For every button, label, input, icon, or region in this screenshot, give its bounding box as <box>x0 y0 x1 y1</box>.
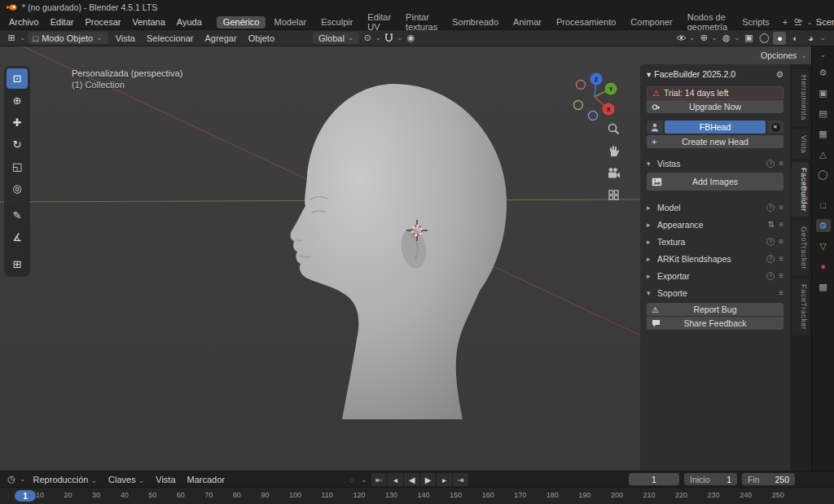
workspace-tab[interactable]: Scripts <box>735 16 776 28</box>
side-tab[interactable]: Herramienta <box>792 69 809 126</box>
timeline-editor-icon[interactable]: ◷ <box>5 473 18 486</box>
side-tab[interactable]: FaceTracker <box>792 278 809 335</box>
timeline-ruler[interactable]: 1 10203040506070809010011012013014015016… <box>0 487 834 504</box>
tool-rotate[interactable]: ↻ <box>7 134 28 155</box>
properties-tab-scene[interactable]: △ <box>816 147 831 160</box>
add-images-button[interactable]: Add Images <box>647 173 784 191</box>
axis-minus-y-ball[interactable] <box>574 101 583 110</box>
help-icon[interactable]: ? <box>766 238 775 246</box>
overlays-icon[interactable]: ◍ <box>720 32 733 45</box>
head-person-icon[interactable] <box>647 121 663 134</box>
play-button[interactable]: ▶ <box>420 473 436 486</box>
visibility-eye-icon[interactable] <box>675 32 688 45</box>
properties-tab-object[interactable]: □ <box>816 199 831 212</box>
section-exportar[interactable]: ▸ Exportar ? ≡ <box>647 270 784 282</box>
section-menu-icon[interactable]: ≡ <box>779 288 784 297</box>
properties-tab-view-layer[interactable]: ▦ <box>816 127 831 140</box>
section-textura[interactable]: ▸ Textura ? ≡ <box>647 235 784 248</box>
section-menu-icon[interactable]: ≡ <box>779 203 784 212</box>
axis-minus-z-ball[interactable] <box>589 112 598 121</box>
shading-solid-icon[interactable]: ● <box>773 32 786 45</box>
section-menu-icon[interactable]: ≡ <box>779 159 784 168</box>
tool-cursor[interactable]: ⊕ <box>7 90 28 111</box>
current-frame-field[interactable]: 1 <box>629 473 679 485</box>
gizmos-group[interactable]: ⊕ ⌄ <box>697 32 718 45</box>
section-menu-icon[interactable]: ≡ <box>779 237 784 246</box>
scene-selector[interactable]: ⌄ Scene <box>793 17 834 27</box>
properties-tab-render[interactable]: ▣ <box>816 86 831 99</box>
mode-dropdown[interactable]: □ Modo Objeto ⌄ <box>28 32 108 44</box>
editor-type-icon[interactable]: ⊞ <box>5 32 18 45</box>
panel-settings-gear-icon[interactable]: ⚙ <box>776 69 784 79</box>
section-model[interactable]: ▸ Model ? ≡ <box>647 201 784 213</box>
tool-annotate[interactable]: ✎ <box>7 205 28 226</box>
zoom-icon[interactable] <box>606 121 621 136</box>
menu-item[interactable]: Ventana <box>126 16 170 28</box>
menu-item[interactable]: Vista <box>110 33 141 44</box>
menu-item[interactable]: Objeto <box>243 33 280 44</box>
playhead-frame-badge[interactable]: 1 <box>15 490 36 502</box>
proportional-edit-icon[interactable]: ◉ <box>404 32 417 45</box>
properties-tab-data[interactable]: ▽ <box>816 239 831 252</box>
shading-wireframe-icon[interactable]: ◯ <box>757 32 770 45</box>
section-menu-icon[interactable]: ≡ <box>779 220 784 229</box>
menu-item[interactable]: Editar <box>45 16 80 28</box>
workspace-tab[interactable]: Procesamiento <box>550 16 622 28</box>
orientation-dropdown[interactable]: Global ⌄ <box>313 32 359 44</box>
workspace-tab[interactable]: Sombreado <box>446 16 505 28</box>
tool-move[interactable]: ✚ <box>7 112 28 133</box>
menu-vista[interactable]: Vista <box>150 474 181 485</box>
tool-transform[interactable]: ◎ <box>7 178 28 199</box>
section-vistas[interactable]: ▾ Vistas ? ≡ <box>647 157 784 169</box>
navigation-gizmo[interactable]: Z Y X <box>570 69 621 121</box>
panel-header[interactable]: ▾ FaceBuilder 2025.2.0 ⚙ <box>647 69 784 79</box>
axis-minus-x-ball[interactable] <box>577 81 586 90</box>
menu-item[interactable]: Agregar <box>199 33 242 44</box>
options-dropdown[interactable]: Opciones ⌄ <box>753 50 811 61</box>
sliders-icon[interactable]: ⇅ <box>768 220 775 229</box>
section-menu-icon[interactable]: ≡ <box>779 271 784 280</box>
create-new-head-button[interactable]: + Create new Head <box>647 135 784 148</box>
chevron-down-icon[interactable]: ⌄ <box>820 51 827 59</box>
menu-item[interactable]: Procesar <box>79 16 126 28</box>
tool-scale[interactable]: ◱ <box>7 156 28 177</box>
camera-view-icon[interactable] <box>606 165 621 180</box>
menu-marcador[interactable]: Marcador <box>182 474 230 485</box>
play-reverse-button[interactable]: ◀ <box>404 473 419 486</box>
auto-key-icon[interactable]: ◌ <box>345 473 358 486</box>
section-appearance[interactable]: ▸ Appearance ⇅ ≡ <box>647 218 784 230</box>
side-tab[interactable]: GeoTracker <box>792 221 809 275</box>
visibility-group[interactable]: ⌄ <box>675 32 696 45</box>
prev-keyframe-button[interactable]: ◂ <box>388 473 403 486</box>
auto-keying-group[interactable]: ◌ ⌄ <box>345 473 367 486</box>
menu-reproduccion[interactable]: Reproducción ⌄ <box>28 474 103 485</box>
help-icon[interactable]: ? <box>766 160 775 168</box>
add-workspace-button[interactable]: + <box>777 16 793 28</box>
menu-item[interactable]: Ayuda <box>171 16 208 28</box>
end-frame-field[interactable]: Fin 250 <box>742 473 795 485</box>
shading-material-icon[interactable]: ◐ <box>788 32 801 45</box>
shading-rendered-icon[interactable]: ◕ <box>804 32 817 45</box>
jump-to-start-button[interactable]: ⇤ <box>371 473 387 486</box>
next-keyframe-button[interactable]: ▸ <box>437 473 452 486</box>
gizmo-toggle-icon[interactable]: ⊕ <box>697 32 710 45</box>
xray-toggle-icon[interactable]: ▣ <box>742 32 755 45</box>
report-bug-button[interactable]: ⚠ Report Bug <box>647 303 784 316</box>
properties-tab-texture[interactable]: ▩ <box>816 280 831 293</box>
tool-add-cube[interactable]: ⊞ <box>7 254 28 274</box>
help-icon[interactable]: ? <box>766 255 775 263</box>
head-model[interactable] <box>269 77 521 419</box>
tool-measure[interactable]: ∡ <box>7 227 28 248</box>
section-soporte[interactable]: ▾ Soporte ≡ <box>647 287 784 299</box>
workspace-tab[interactable]: Componer <box>624 16 678 28</box>
toggle-ortho-grid-icon[interactable] <box>606 187 621 202</box>
menu-claves[interactable]: Claves ⌄ <box>103 474 150 485</box>
workspace-tab[interactable]: Animar <box>507 16 548 28</box>
upgrade-now-button[interactable]: Upgrade Now <box>647 100 784 113</box>
section-menu-icon[interactable]: ≡ <box>779 254 784 263</box>
properties-tab-world[interactable]: ◯ <box>816 168 831 181</box>
help-icon[interactable]: ? <box>766 272 775 280</box>
workspace-tab[interactable]: Modelar <box>267 16 313 28</box>
jump-to-end-button[interactable]: ⇥ <box>453 473 468 486</box>
magnet-icon[interactable] <box>383 32 396 45</box>
